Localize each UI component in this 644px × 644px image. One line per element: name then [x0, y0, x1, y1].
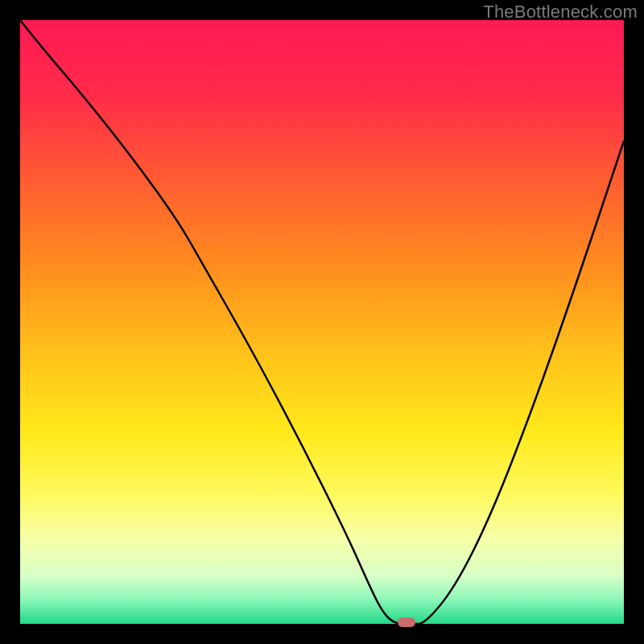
chart-container: TheBottleneck.com: [0, 0, 644, 644]
curve-layer: [20, 20, 624, 624]
plot-area: [20, 20, 624, 624]
optimal-marker: [398, 617, 415, 627]
bottleneck-curve: [20, 20, 624, 624]
